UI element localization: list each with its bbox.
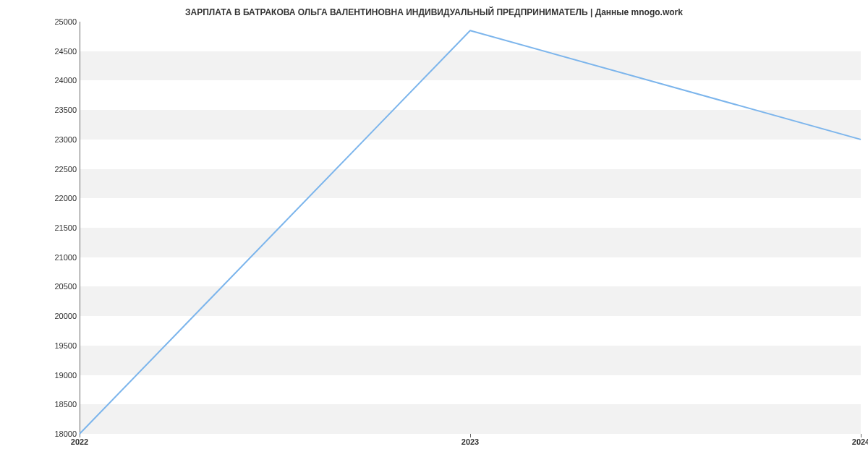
chart-plot-area: [80, 22, 861, 434]
y-tick-label: 24000: [41, 76, 77, 85]
x-tick-label: 2023: [461, 437, 479, 446]
y-tick-label: 22000: [41, 194, 77, 202]
y-tick-label: 23000: [41, 135, 77, 144]
series-line: [80, 30, 861, 434]
y-tick-label: 21000: [41, 253, 77, 262]
y-tick-label: 19000: [41, 371, 77, 380]
y-tick-label: 19500: [41, 341, 77, 350]
chart-title: ЗАРПЛАТА В БАТРАКОВА ОЛЬГА ВАЛЕНТИНОВНА …: [0, 7, 868, 17]
x-tick-label: 2022: [71, 437, 88, 446]
y-tick-label: 23500: [41, 106, 77, 114]
y-tick-label: 18500: [41, 400, 77, 409]
y-tick-label: 20000: [41, 312, 77, 320]
data-line: [80, 22, 861, 434]
y-tick-label: 20500: [41, 282, 77, 291]
y-tick-label: 25000: [41, 17, 77, 26]
y-tick-label: 21500: [41, 223, 77, 232]
x-tick-label: 2024: [852, 437, 868, 446]
y-tick-label: 24500: [41, 47, 77, 56]
y-tick-label: 22500: [41, 165, 77, 174]
